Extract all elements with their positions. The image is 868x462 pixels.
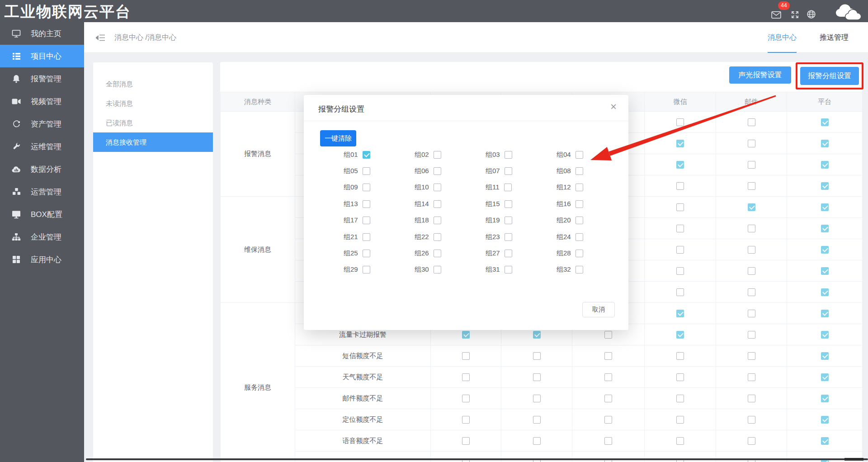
checkbox-unchecked[interactable]	[676, 225, 684, 232]
collapse-menu-icon[interactable]	[96, 34, 105, 43]
sidebar-item-video[interactable]: 视频管理	[0, 90, 84, 113]
checkbox-checked[interactable]	[821, 225, 829, 232]
checkbox-unchecked[interactable]	[748, 225, 755, 232]
checkbox-unchecked[interactable]	[676, 373, 684, 381]
checkbox-unchecked[interactable]	[748, 352, 755, 360]
group-checkbox-unchecked[interactable]	[434, 233, 441, 241]
sidebar-item-list[interactable]: 项目中心	[0, 45, 84, 67]
group-checkbox-unchecked[interactable]	[363, 184, 370, 191]
group-checkbox-unchecked[interactable]	[363, 167, 370, 175]
checkbox-unchecked[interactable]	[676, 288, 684, 296]
checkbox-checked[interactable]	[676, 331, 684, 339]
mail-icon[interactable]	[771, 11, 781, 21]
group-checkbox-unchecked[interactable]	[505, 167, 512, 175]
group-checkbox-unchecked[interactable]	[505, 250, 512, 257]
group-checkbox-unchecked[interactable]	[434, 200, 441, 208]
inbox-menu-item-3[interactable]: 消息接收管理	[93, 132, 213, 152]
checkbox-unchecked[interactable]	[462, 352, 470, 360]
checkbox-checked[interactable]	[821, 416, 829, 424]
sidebar-item-chart-cloud[interactable]: 数据分析	[0, 158, 84, 180]
close-icon[interactable]: ×	[610, 101, 617, 112]
group-checkbox-unchecked[interactable]	[363, 266, 370, 273]
tab-push-management[interactable]: 推送管理	[820, 22, 849, 53]
checkbox-unchecked[interactable]	[748, 182, 755, 190]
checkbox-checked[interactable]	[821, 352, 829, 360]
checkbox-unchecked[interactable]	[533, 352, 541, 360]
inbox-menu-item-2[interactable]: 已读消息	[93, 113, 213, 132]
group-checkbox-unchecked[interactable]	[576, 200, 583, 208]
checkbox-checked[interactable]	[821, 288, 829, 296]
group-checkbox-unchecked[interactable]	[505, 151, 512, 159]
group-checkbox-unchecked[interactable]	[576, 250, 583, 257]
checkbox-checked[interactable]	[821, 437, 829, 445]
group-checkbox-unchecked[interactable]	[576, 266, 583, 273]
checkbox-unchecked[interactable]	[533, 395, 541, 402]
checkbox-checked[interactable]	[821, 203, 829, 211]
checkbox-unchecked[interactable]	[748, 310, 755, 317]
sidebar-item-wrench[interactable]: 运维管理	[0, 135, 84, 158]
group-checkbox-unchecked[interactable]	[505, 233, 512, 241]
sidebar-item-bell[interactable]: 报警管理	[0, 67, 84, 90]
checkbox-checked[interactable]	[676, 140, 684, 147]
group-checkbox-unchecked[interactable]	[363, 233, 370, 241]
sidebar-item-recycle[interactable]: 资产管理	[0, 113, 84, 135]
checkbox-unchecked[interactable]	[462, 373, 470, 381]
group-checkbox-unchecked[interactable]	[505, 200, 512, 208]
globe-icon[interactable]	[807, 9, 816, 21]
alarm-group-settings-button[interactable]: 报警分组设置	[800, 67, 859, 85]
checkbox-checked[interactable]	[462, 331, 470, 339]
checkbox-checked[interactable]	[821, 310, 829, 317]
checkbox-unchecked[interactable]	[604, 395, 612, 402]
checkbox-checked[interactable]	[821, 161, 829, 169]
checkbox-checked[interactable]	[821, 267, 829, 275]
group-checkbox-unchecked[interactable]	[576, 217, 583, 224]
sidebar-item-sitemap[interactable]: 企业管理	[0, 226, 84, 248]
checkbox-checked[interactable]	[821, 118, 829, 126]
inbox-menu-item-0[interactable]: 全部消息	[93, 74, 213, 94]
checkbox-unchecked[interactable]	[676, 416, 684, 424]
checkbox-checked[interactable]	[821, 246, 829, 254]
sidebar-item-cubes[interactable]: 运营管理	[0, 180, 84, 203]
group-checkbox-unchecked[interactable]	[434, 266, 441, 273]
checkbox-unchecked[interactable]	[604, 331, 612, 339]
checkbox-unchecked[interactable]	[748, 331, 755, 339]
checkbox-unchecked[interactable]	[748, 267, 755, 275]
sound-light-alarm-settings-button[interactable]: 声光报警设置	[729, 66, 791, 84]
checkbox-checked[interactable]	[821, 331, 829, 339]
checkbox-unchecked[interactable]	[748, 161, 755, 169]
checkbox-unchecked[interactable]	[533, 416, 541, 424]
sidebar-item-monitor[interactable]: 我的主页	[0, 22, 84, 45]
checkbox-unchecked[interactable]	[533, 437, 541, 445]
fullscreen-icon[interactable]	[791, 10, 799, 21]
horizontal-scrollbar[interactable]	[86, 458, 868, 460]
group-checkbox-unchecked[interactable]	[363, 217, 370, 224]
checkbox-checked[interactable]	[533, 331, 541, 339]
checkbox-unchecked[interactable]	[676, 395, 684, 402]
scrollbar-thumb[interactable]	[844, 458, 863, 461]
checkbox-checked[interactable]	[821, 395, 829, 402]
checkbox-unchecked[interactable]	[462, 416, 470, 424]
group-checkbox-unchecked[interactable]	[576, 151, 583, 159]
checkbox-unchecked[interactable]	[748, 118, 755, 126]
group-checkbox-unchecked[interactable]	[504, 184, 512, 191]
group-checkbox-unchecked[interactable]	[434, 217, 441, 224]
group-checkbox-unchecked[interactable]	[576, 233, 583, 241]
checkbox-unchecked[interactable]	[676, 437, 684, 445]
group-checkbox-unchecked[interactable]	[576, 167, 583, 175]
sidebar-item-grid[interactable]: 应用中心	[0, 248, 84, 271]
checkbox-checked[interactable]	[748, 203, 755, 211]
checkbox-unchecked[interactable]	[462, 395, 470, 402]
group-checkbox-unchecked[interactable]	[363, 200, 370, 208]
checkbox-checked[interactable]	[821, 373, 829, 381]
checkbox-unchecked[interactable]	[533, 373, 541, 381]
group-checkbox-unchecked[interactable]	[505, 217, 512, 224]
checkbox-checked[interactable]	[676, 161, 684, 169]
inbox-menu-item-1[interactable]: 未读消息	[93, 94, 213, 113]
clear-all-button[interactable]: 一键清除	[320, 130, 356, 146]
tab-message-center[interactable]: 消息中心	[768, 22, 797, 53]
checkbox-unchecked[interactable]	[676, 203, 684, 211]
checkbox-unchecked[interactable]	[462, 437, 470, 445]
checkbox-unchecked[interactable]	[604, 437, 612, 445]
checkbox-unchecked[interactable]	[748, 395, 755, 402]
checkbox-unchecked[interactable]	[604, 416, 612, 424]
